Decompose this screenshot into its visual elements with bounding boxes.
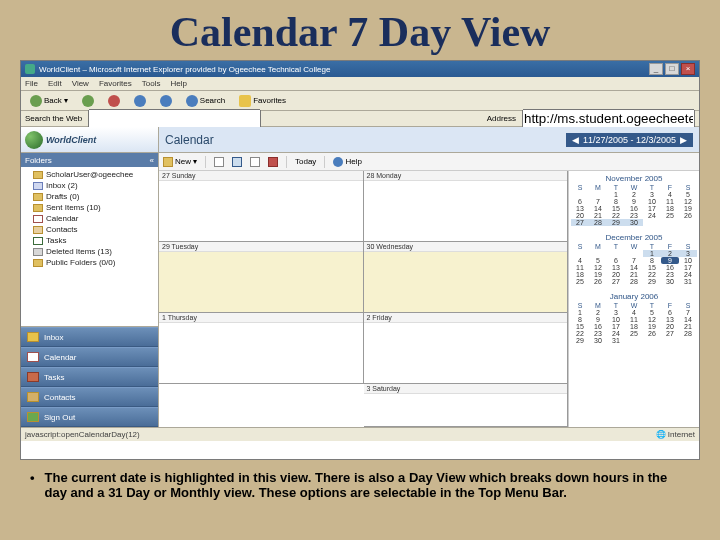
delete-button[interactable] (268, 157, 278, 167)
nav-sign-out[interactable]: Sign Out (21, 407, 158, 427)
tree-item[interactable]: ScholarUser@ogeechee (23, 169, 156, 180)
mini-day[interactable]: 23 (625, 212, 643, 219)
nav-calendar[interactable]: Calendar (21, 347, 158, 367)
mini-day[interactable]: 15 (643, 264, 661, 271)
mini-day[interactable]: 12 (643, 316, 661, 323)
mini-day[interactable]: 18 (625, 323, 643, 330)
tree-item[interactable]: Public Folders (0/0) (23, 257, 156, 268)
mini-day[interactable]: 23 (589, 330, 607, 337)
mini-day[interactable]: 10 (607, 316, 625, 323)
mini-day[interactable] (625, 337, 643, 344)
view-week-button[interactable] (232, 157, 242, 167)
mini-day[interactable]: 22 (643, 271, 661, 278)
help-button[interactable]: Help (333, 157, 361, 167)
mini-day[interactable]: 1 (643, 250, 661, 257)
mini-day[interactable]: 17 (607, 323, 625, 330)
mini-day[interactable]: 22 (607, 212, 625, 219)
day-cell[interactable]: 27 Sunday (159, 171, 364, 242)
mini-day[interactable]: 4 (661, 191, 679, 198)
mini-day[interactable]: 12 (589, 264, 607, 271)
day-cell[interactable]: 29 Tuesday (159, 242, 364, 313)
mini-day[interactable]: 11 (661, 198, 679, 205)
mini-day[interactable]: 5 (643, 309, 661, 316)
view-month-button[interactable] (250, 157, 260, 167)
menu-help[interactable]: Help (170, 79, 186, 88)
next-week-button[interactable]: ▶ (680, 135, 687, 145)
mini-day[interactable]: 30 (589, 337, 607, 344)
mini-day[interactable]: 28 (679, 330, 697, 337)
mini-day[interactable]: 21 (625, 271, 643, 278)
mini-day[interactable] (589, 250, 607, 257)
mini-day[interactable]: 4 (571, 257, 589, 264)
mini-day[interactable]: 16 (661, 264, 679, 271)
mini-day[interactable] (643, 337, 661, 344)
mini-day[interactable]: 3 (643, 191, 661, 198)
mini-day[interactable]: 26 (589, 278, 607, 285)
mini-day[interactable] (661, 219, 679, 226)
mini-day[interactable] (661, 337, 679, 344)
mini-day[interactable]: 31 (679, 278, 697, 285)
mini-day[interactable]: 20 (607, 271, 625, 278)
mini-day[interactable] (589, 191, 607, 198)
menu-view[interactable]: View (72, 79, 89, 88)
mini-day[interactable]: 10 (643, 198, 661, 205)
mini-day[interactable]: 31 (607, 337, 625, 344)
mini-day[interactable]: 19 (679, 205, 697, 212)
search-button[interactable]: Search (181, 93, 230, 109)
minimize-button[interactable]: _ (649, 63, 663, 75)
tree-item[interactable]: Drafts (0) (23, 191, 156, 202)
mini-day[interactable]: 29 (607, 219, 625, 226)
mini-day[interactable]: 5 (679, 191, 697, 198)
mini-day[interactable]: 6 (571, 198, 589, 205)
maximize-button[interactable]: □ (665, 63, 679, 75)
day-cell[interactable]: 2 Friday (364, 313, 569, 384)
mini-day[interactable]: 9 (661, 257, 679, 264)
mini-day[interactable]: 18 (661, 205, 679, 212)
mini-day[interactable]: 11 (571, 264, 589, 271)
mini-day[interactable]: 13 (607, 264, 625, 271)
mini-day[interactable]: 1 (571, 309, 589, 316)
mini-day[interactable]: 30 (661, 278, 679, 285)
day-cell[interactable]: 1 Thursday (159, 313, 364, 384)
mini-day[interactable]: 13 (661, 316, 679, 323)
favorites-button[interactable]: Favorites (234, 93, 291, 109)
mini-day[interactable]: 26 (679, 212, 697, 219)
mini-day[interactable]: 14 (679, 316, 697, 323)
mini-day[interactable]: 2 (661, 250, 679, 257)
mini-day[interactable]: 24 (643, 212, 661, 219)
menu-edit[interactable]: Edit (48, 79, 62, 88)
mini-day[interactable]: 9 (589, 316, 607, 323)
mini-day[interactable]: 14 (589, 205, 607, 212)
day-cell[interactable]: 3 Saturday (364, 384, 569, 427)
refresh-button[interactable] (129, 93, 151, 109)
collapse-icon[interactable]: « (150, 156, 154, 165)
prev-week-button[interactable]: ◀ (572, 135, 579, 145)
mini-day[interactable] (679, 337, 697, 344)
day-cell[interactable]: 30 Wednesday (364, 242, 569, 313)
mini-day[interactable]: 21 (679, 323, 697, 330)
mini-day[interactable]: 5 (589, 257, 607, 264)
mini-day[interactable]: 9 (625, 198, 643, 205)
menu-favorites[interactable]: Favorites (99, 79, 132, 88)
menu-file[interactable]: File (25, 79, 38, 88)
mini-day[interactable]: 12 (679, 198, 697, 205)
mini-day[interactable]: 6 (661, 309, 679, 316)
mini-day[interactable]: 18 (571, 271, 589, 278)
mini-day[interactable] (643, 219, 661, 226)
tree-item[interactable]: Deleted Items (13) (23, 246, 156, 257)
mini-day[interactable]: 11 (625, 316, 643, 323)
mini-day[interactable]: 7 (625, 257, 643, 264)
mini-day[interactable] (571, 191, 589, 198)
mini-day[interactable] (607, 250, 625, 257)
mini-day[interactable]: 3 (679, 250, 697, 257)
back-button[interactable]: Back ▾ (25, 93, 73, 109)
mini-day[interactable]: 8 (643, 257, 661, 264)
mini-day[interactable]: 17 (679, 264, 697, 271)
mini-day[interactable] (625, 250, 643, 257)
view-day-button[interactable] (214, 157, 224, 167)
mini-day[interactable]: 28 (589, 219, 607, 226)
stop-button[interactable] (103, 93, 125, 109)
mini-day[interactable]: 24 (607, 330, 625, 337)
address-input[interactable] (522, 109, 695, 128)
mini-day[interactable]: 26 (643, 330, 661, 337)
